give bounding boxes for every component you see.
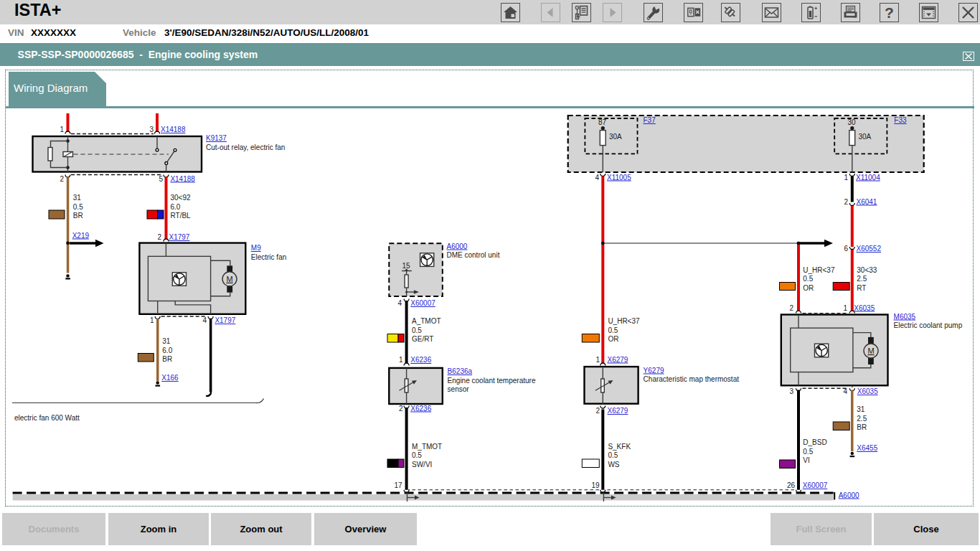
svg-text:BR: BR [162, 355, 172, 363]
svg-text:3: 3 [149, 126, 154, 133]
svg-text:30A: 30A [859, 133, 872, 141]
svg-text:sensor: sensor [448, 385, 470, 393]
svg-text:X6279: X6279 [608, 407, 628, 415]
svg-text:0.5: 0.5 [412, 451, 422, 459]
svg-text:31: 31 [73, 194, 82, 202]
svg-text:F33: F33 [894, 116, 907, 124]
svg-text:2: 2 [60, 175, 64, 183]
svg-text:BR: BR [73, 212, 83, 220]
svg-text:S_KFK: S_KFK [608, 443, 631, 451]
svg-text:OR: OR [803, 284, 814, 292]
svg-text:2: 2 [789, 304, 793, 312]
svg-text:X6279: X6279 [608, 356, 628, 364]
svg-text:0.5: 0.5 [412, 326, 422, 334]
svg-text:26: 26 [787, 481, 796, 489]
svg-text:31: 31 [162, 337, 171, 345]
svg-text:M6035: M6035 [894, 313, 916, 321]
svg-text:6.0: 6.0 [162, 347, 172, 354]
svg-text:2: 2 [595, 407, 600, 415]
svg-text:1: 1 [844, 174, 848, 182]
svg-text:17: 17 [394, 481, 402, 489]
svg-text:3: 3 [789, 387, 793, 395]
svg-text:X60007: X60007 [803, 481, 828, 489]
svg-text:X6035: X6035 [857, 387, 878, 395]
svg-text:Y6279: Y6279 [644, 367, 664, 375]
svg-text:GE/RT: GE/RT [412, 335, 433, 343]
svg-text:2: 2 [157, 233, 161, 241]
svg-text:F37: F37 [644, 116, 656, 124]
svg-text:0.5: 0.5 [608, 326, 618, 334]
svg-text:M: M [226, 275, 232, 283]
svg-text:1: 1 [399, 356, 403, 364]
svg-text:X6041: X6041 [857, 198, 877, 206]
svg-text:OR: OR [608, 335, 618, 343]
svg-text:X6455: X6455 [857, 444, 877, 452]
svg-text:X6236: X6236 [410, 356, 431, 364]
svg-text:2: 2 [399, 405, 403, 413]
svg-text:X1797: X1797 [169, 233, 190, 241]
svg-text:D_BSD: D_BSD [803, 438, 826, 446]
svg-text:5: 5 [159, 175, 163, 183]
svg-text:M: M [867, 347, 874, 355]
svg-text:0.5: 0.5 [73, 203, 83, 211]
svg-text:M9: M9 [251, 244, 261, 252]
svg-text:RT: RT [857, 284, 866, 292]
svg-text:30: 30 [848, 118, 857, 126]
svg-text:X6236: X6236 [410, 405, 431, 413]
svg-text:0.5: 0.5 [803, 448, 813, 456]
svg-text:Electric coolant pump: Electric coolant pump [894, 321, 963, 329]
svg-text:1: 1 [595, 356, 600, 364]
svg-text:6: 6 [844, 245, 848, 253]
svg-text:6.0: 6.0 [171, 203, 181, 211]
svg-text:Electric fan: Electric fan [251, 253, 286, 261]
svg-text:Engine coolant temperature: Engine coolant temperature [448, 377, 536, 385]
svg-text:B6236a: B6236a [448, 367, 473, 375]
svg-text:30A: 30A [609, 133, 622, 141]
svg-text:31: 31 [857, 405, 865, 413]
svg-text:X11005: X11005 [607, 174, 631, 182]
svg-text:K9137: K9137 [206, 134, 227, 142]
svg-text:X60552: X60552 [857, 245, 882, 253]
svg-text:BR: BR [857, 423, 867, 431]
svg-text:A6000: A6000 [839, 491, 859, 499]
svg-text:electric fan 600 Watt: electric fan 600 Watt [14, 414, 80, 422]
svg-text:2: 2 [844, 198, 848, 206]
svg-text:0.5: 0.5 [608, 451, 618, 459]
svg-text:A6000: A6000 [447, 242, 468, 250]
svg-text:RT/BL: RT/BL [171, 212, 192, 220]
svg-text:WS: WS [608, 461, 619, 468]
svg-text:30<92: 30<92 [171, 194, 192, 202]
svg-text:30<33: 30<33 [857, 266, 877, 274]
svg-text:2.5: 2.5 [857, 275, 867, 283]
svg-text:1: 1 [60, 126, 64, 133]
svg-text:1: 1 [843, 304, 847, 312]
svg-text:X60007: X60007 [410, 299, 435, 307]
svg-text:87: 87 [598, 118, 607, 126]
svg-text:4: 4 [843, 387, 847, 395]
svg-text:2.5: 2.5 [857, 415, 867, 423]
svg-text:A_TMOT: A_TMOT [412, 317, 441, 325]
svg-text:0.5: 0.5 [803, 275, 813, 283]
svg-text:1: 1 [150, 316, 154, 324]
svg-text:U_HR<37: U_HR<37 [608, 317, 640, 325]
svg-text:19: 19 [591, 481, 600, 489]
svg-text:X166: X166 [161, 374, 179, 382]
svg-text:SW/VI: SW/VI [412, 461, 432, 468]
svg-text:X11004: X11004 [856, 174, 880, 182]
svg-text:15: 15 [402, 262, 410, 270]
svg-text:VI: VI [803, 456, 809, 464]
svg-text:X14188: X14188 [161, 126, 186, 133]
svg-text:DME control unit: DME control unit [447, 251, 500, 259]
svg-text:X219: X219 [72, 232, 90, 240]
svg-text:Cut-out relay, electric fan: Cut-out relay, electric fan [206, 143, 285, 151]
svg-text:X6035: X6035 [854, 304, 875, 312]
svg-text:4: 4 [397, 299, 402, 307]
svg-text:M_TMOT: M_TMOT [412, 443, 442, 451]
svg-text:U_HR<37: U_HR<37 [803, 266, 835, 274]
svg-text:4: 4 [595, 174, 599, 182]
svg-text:4: 4 [202, 316, 207, 324]
svg-text:Characteristic map thermostat: Characteristic map thermostat [644, 375, 740, 383]
svg-text:X1797: X1797 [215, 316, 235, 324]
svg-text:X14188: X14188 [170, 175, 195, 183]
